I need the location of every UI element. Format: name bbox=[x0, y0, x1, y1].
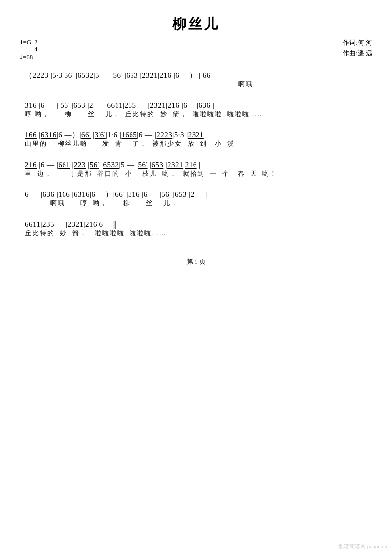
header-info: 1=G 2 4 ♩=68 作词:何 河 作曲:遥 远 bbox=[20, 38, 372, 62]
page-number: 第 1 页 bbox=[20, 257, 372, 266]
time-sig: 2 4 bbox=[34, 39, 38, 53]
time-top: 2 bbox=[34, 39, 38, 46]
row-3: 166 |6316|6 —）|66· |3·6·|1·6 |1665|6 — |… bbox=[25, 128, 367, 148]
key-info: 1=G 2 4 ♩=68 bbox=[20, 38, 39, 62]
song-title: 柳丝儿 bbox=[20, 15, 372, 34]
score-content: （2223 |5·3 56· |6532|5 — |56· |653 |2321… bbox=[20, 69, 372, 238]
row-6: 6611|235 — |2321|216|6 —‖ 丘比特的 妙 箭， 啦啦啦啦… bbox=[25, 218, 367, 238]
lyric-row-2: 哼 哟， 柳 丝 儿， 丘比特的 妙 箭， 啦啦啦啦 啦啦啦…… bbox=[25, 110, 367, 119]
row-1: （2223 |5·3 56· |6532|5 — |56· |653 |2321… bbox=[25, 69, 367, 89]
row-5: 6 — |636 |166 |6316|6 —）|66· |316 |6 — |… bbox=[25, 188, 367, 208]
lyric-row-3: 山里的 柳丝儿哟 发 青 了， 被那少女 放 到 小 溪 bbox=[25, 140, 367, 148]
watermark: 歌谱简谱网 jianpu.cn bbox=[338, 543, 387, 550]
lyric-row-4: 里 边， 于是那 谷口的 小 枝儿 哟， 就拾到 一 个 春 天 哟！ bbox=[25, 170, 367, 178]
row-2: 316 |6 — | 56· |653 |2 — |6611|235 — |23… bbox=[25, 99, 367, 119]
tempo: ♩=68 bbox=[20, 53, 39, 62]
row-4: 216 |6 — |661 |223 |56· |6532|5 — |56· |… bbox=[25, 158, 367, 178]
lyricist: 作词:何 河 bbox=[343, 38, 372, 48]
time-bottom: 4 bbox=[34, 46, 38, 53]
composer: 作曲:遥 远 bbox=[343, 48, 372, 59]
key-sig: 1=G bbox=[20, 38, 31, 47]
lyric-row-6: 丘比特的 妙 箭， 啦啦啦啦 啦啦啦…… bbox=[25, 229, 367, 238]
score-page: 柳丝儿 1=G 2 4 ♩=68 作词:何 河 作曲:遥 远 （2223 |5·… bbox=[20, 15, 372, 266]
author-info: 作词:何 河 作曲:遥 远 bbox=[343, 38, 372, 59]
key-signature: 1=G 2 4 bbox=[20, 38, 39, 53]
